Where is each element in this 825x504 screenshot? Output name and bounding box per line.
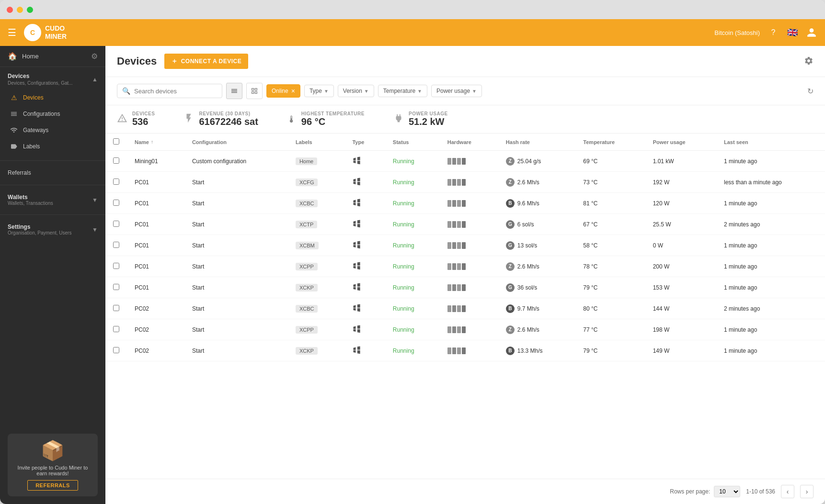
filter-power-usage[interactable]: Power usage ▼ bbox=[431, 85, 482, 97]
devices-section-header[interactable]: Devices Devices, Configurations, Gat... … bbox=[8, 73, 98, 86]
table-row: PC01 Start XCBM Running G 13 sol/s 58 °C… bbox=[105, 235, 825, 256]
table-row: PC01 Start XCKP Running G 36 sol/s 79 °C… bbox=[105, 277, 825, 298]
search-input[interactable] bbox=[134, 88, 217, 95]
windows-icon bbox=[352, 198, 362, 207]
sidebar-item-wallets[interactable]: Wallets Wallets, Transactions ▼ bbox=[0, 189, 105, 211]
sidebar-item-devices[interactable]: ⚠ Devices bbox=[0, 90, 105, 106]
cell-lastseen-8: 1 minute ago bbox=[716, 319, 825, 340]
stats-row: DEVICES 536 REVENUE (30 DAYS) 61672246 s… bbox=[105, 105, 825, 134]
filter-online[interactable]: Online × bbox=[266, 84, 300, 98]
referrals-button[interactable]: REFERRALS bbox=[27, 480, 78, 491]
row-checkbox-6[interactable] bbox=[113, 284, 119, 290]
col-hashrate: Hash rate bbox=[498, 134, 575, 151]
cell-lastseen-4: 1 minute ago bbox=[716, 235, 825, 256]
devices-icon: ⚠ bbox=[10, 93, 18, 102]
cell-label-1: XCFG bbox=[288, 172, 345, 193]
cell-name-1: PC01 bbox=[127, 172, 184, 193]
row-checkbox-5[interactable] bbox=[113, 263, 119, 269]
cell-hashrate-9: B 13.3 Mh/s bbox=[498, 340, 575, 361]
cell-status-8: Running bbox=[385, 319, 440, 340]
filter-version[interactable]: Version ▼ bbox=[338, 85, 374, 97]
grid-view-button[interactable] bbox=[246, 83, 263, 99]
cell-type-7 bbox=[344, 298, 385, 319]
prev-page-button[interactable]: ‹ bbox=[781, 485, 794, 498]
cell-hardware-4 bbox=[440, 235, 498, 256]
sidebar-item-labels[interactable]: Labels bbox=[0, 138, 105, 155]
row-checkbox-0[interactable] bbox=[113, 157, 119, 164]
cell-label-4: XCBM bbox=[288, 235, 345, 256]
cell-name-6: PC01 bbox=[127, 277, 184, 298]
sidebar-divider-3 bbox=[0, 214, 105, 215]
row-checkbox-4[interactable] bbox=[113, 242, 119, 248]
settings-gear-icon[interactable] bbox=[804, 56, 814, 67]
cell-power-6: 153 W bbox=[645, 277, 716, 298]
row-checkbox-8[interactable] bbox=[113, 326, 119, 332]
cell-label-3: XCTP bbox=[288, 214, 345, 235]
cell-type-5 bbox=[344, 256, 385, 277]
cell-type-0 bbox=[344, 151, 385, 172]
next-page-button[interactable]: › bbox=[800, 485, 814, 498]
cell-temp-0: 69 °C bbox=[575, 151, 645, 172]
labels-label: Labels bbox=[23, 143, 40, 150]
connect-device-button[interactable]: ＋ CONNECT A DEVICE bbox=[164, 54, 248, 69]
cell-power-3: 25.5 W bbox=[645, 214, 716, 235]
sidebar-item-gateways[interactable]: Gateways bbox=[0, 122, 105, 138]
rows-per-page-select[interactable]: 10 25 50 100 bbox=[714, 486, 740, 497]
sidebar-home[interactable]: 🏠 Home bbox=[8, 52, 39, 61]
cell-type-4 bbox=[344, 235, 385, 256]
cell-hashrate-1: Z 2.6 Mh/s bbox=[498, 172, 575, 193]
help-icon[interactable]: ? bbox=[768, 27, 779, 38]
filter-online-label: Online bbox=[272, 88, 288, 94]
minimize-btn[interactable] bbox=[17, 7, 23, 13]
close-btn[interactable] bbox=[7, 7, 13, 13]
maximize-btn[interactable] bbox=[27, 7, 33, 13]
row-checkbox-2[interactable] bbox=[113, 200, 119, 206]
filter-temperature-label: Temperature bbox=[383, 88, 415, 94]
cell-temp-4: 58 °C bbox=[575, 235, 645, 256]
cell-temp-9: 79 °C bbox=[575, 340, 645, 361]
filter-online-close[interactable]: × bbox=[291, 87, 295, 95]
cell-label-0: Home bbox=[288, 151, 345, 172]
cell-lastseen-6: 1 minute ago bbox=[716, 277, 825, 298]
cell-config-9: Start bbox=[184, 340, 288, 361]
content-area: 🏠 Home ⚙ Devices Devices, Configurations… bbox=[0, 46, 825, 504]
top-navigation: ☰ C CUDOMINER Bitcoin (Satoshi) ? 🇬🇧 bbox=[0, 19, 825, 46]
cell-hashrate-2: B 9.6 Mh/s bbox=[498, 193, 575, 214]
cell-type-1 bbox=[344, 172, 385, 193]
windows-icon bbox=[352, 303, 362, 313]
cell-hashrate-7: B 9.7 Mh/s bbox=[498, 298, 575, 319]
wallets-subtitle: Wallets, Transactions bbox=[8, 201, 53, 206]
power-stat-icon bbox=[393, 113, 404, 126]
titlebar bbox=[0, 0, 825, 19]
cell-config-1: Start bbox=[184, 172, 288, 193]
menu-toggle-button[interactable]: ☰ bbox=[8, 27, 16, 38]
search-box: 🔍 bbox=[117, 84, 222, 98]
logo: C CUDOMINER bbox=[24, 24, 67, 41]
sidebar-item-settings[interactable]: Settings Organisation, Payment, Users ▼ bbox=[0, 219, 105, 240]
page-info: 1-10 of 536 bbox=[746, 488, 775, 495]
toolbar-right: ↻ bbox=[807, 87, 814, 96]
stat-temperature-info: HIGHEST TEMPERATURE 96 °C bbox=[301, 111, 365, 127]
account-icon[interactable] bbox=[806, 27, 817, 38]
row-checkbox-3[interactable] bbox=[113, 221, 119, 227]
filter-type[interactable]: Type ▼ bbox=[304, 85, 334, 97]
sidebar-settings-icon[interactable]: ⚙ bbox=[91, 52, 98, 61]
list-view-button[interactable] bbox=[226, 83, 242, 99]
sidebar-item-configurations[interactable]: Configurations bbox=[0, 106, 105, 122]
refresh-button[interactable]: ↻ bbox=[807, 87, 814, 96]
devices-section: Devices Devices, Configurations, Gat... … bbox=[0, 67, 105, 88]
select-all-checkbox[interactable] bbox=[113, 138, 119, 145]
filter-temperature[interactable]: Temperature ▼ bbox=[378, 85, 427, 97]
sidebar-divider-1 bbox=[0, 160, 105, 161]
cell-label-9: XCKP bbox=[288, 340, 345, 361]
row-checkbox-9[interactable] bbox=[113, 347, 119, 353]
cell-hashrate-8: Z 2.6 Mh/s bbox=[498, 319, 575, 340]
cell-lastseen-7: 2 minutes ago bbox=[716, 298, 825, 319]
row-checkbox-7[interactable] bbox=[113, 305, 119, 311]
row-checkbox-1[interactable] bbox=[113, 179, 119, 185]
col-name[interactable]: Name↑ bbox=[127, 134, 184, 151]
language-flag[interactable]: 🇬🇧 bbox=[787, 27, 798, 38]
currency-label: Bitcoin (Satoshi) bbox=[714, 29, 760, 36]
cell-status-0: Running bbox=[385, 151, 440, 172]
sidebar-item-referrals[interactable]: Referrals bbox=[0, 165, 105, 181]
